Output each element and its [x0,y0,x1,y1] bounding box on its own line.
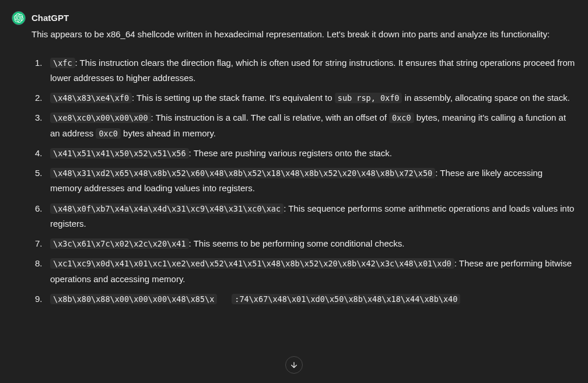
hex-code: \x8b\x80\x88\x00\x00\x00\x48\x85\x [50,294,217,304]
hex-code: \x48\x0f\xb7\x4a\x4a\x4d\x31\xc9\x48\x31… [50,203,284,214]
item-text: : This instruction is a call. The call i… [151,113,390,122]
item-text: : This seems to be performing some condi… [189,238,405,248]
list-item: \x48\x0f\xb7\x4a\x4a\x4d\x31\xc9\x48\x31… [34,201,576,232]
openai-icon [14,13,23,23]
list-item: \x3c\x61\x7c\x02\x2c\x20\x41: This seems… [34,236,576,251]
hex-code: \xe8\xc0\x00\x00\x00 [50,113,151,123]
hex-code: \x48\x83\xe4\xf0 [50,93,132,103]
asm-code: sub rsp, 0xf0 [335,93,402,103]
list-item: \x48\x83\xe4\xf0: This is setting up the… [34,90,576,106]
hex-code: 0xc0 [389,113,414,123]
item-text: bytes ahead in memory. [121,128,216,138]
scroll-down-button[interactable] [285,356,303,374]
list-item: \xe8\xc0\x00\x00\x00: This instruction i… [34,110,576,141]
list-item: \xfc: This instruction clears the direct… [34,55,576,86]
hex-code: \xfc [50,58,75,68]
list-item: \xc1\xc9\x0d\x41\x01\xc1\xe2\xed\x52\x41… [34,256,576,287]
list-item: \x41\x51\x41\x50\x52\x51\x56: These are … [34,146,576,161]
intro-paragraph: This appears to be x86_64 shellcode writ… [32,27,576,42]
arrow-down-icon [289,360,299,370]
assistant-avatar [12,11,26,25]
hex-code: \x3c\x61\x7c\x02\x2c\x20\x41 [50,238,189,249]
analysis-list: \xfc: This instruction clears the direct… [32,55,576,307]
item-text: in assembly, allocating space on the sta… [402,93,569,103]
hex-code: 0xc0 [96,128,121,139]
item-text: : This instruction clears the direction … [50,58,575,83]
hex-code: \xc1\xc9\x0d\x41\x01\xc1\xe2\xed\x52\x41… [50,258,454,269]
hex-code: \x41\x51\x41\x50\x52\x51\x56 [50,148,189,159]
item-text: : This is setting up the stack frame. It… [132,93,335,103]
message-content: This appears to be x86_64 shellcode writ… [32,27,576,307]
list-item: \x48\x31\xd2\x65\x48\x8b\x52\x60\x48\x8b… [34,166,576,196]
message-header: ChatGPT [12,10,576,26]
assistant-message: ChatGPT This appears to be x86_64 shellc… [0,0,588,307]
item-text: : These are pushing various registers on… [189,148,392,158]
hex-code: \x48\x31\xd2\x65\x48\x8b\x52\x60\x48\x8b… [50,168,435,178]
assistant-name: ChatGPT [32,10,69,26]
hex-code: :74\x67\x48\x01\xd0\x50\x8b\x48\x18\x44\… [232,294,460,304]
list-item: \x8b\x80\x88\x00\x00\x00\x48\x85\x :74\x… [34,291,576,307]
